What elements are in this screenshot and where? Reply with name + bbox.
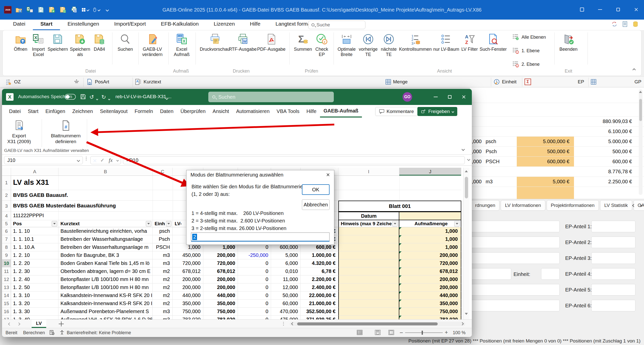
- beenden-button[interactable]: Beenden: [557, 33, 580, 52]
- dialog-close-icon[interactable]: [324, 171, 332, 178]
- gaeb-grid-row[interactable]: 880.909,03 €: [470, 117, 644, 127]
- gp-cell[interactable]: 21.000,00 €: [301, 300, 338, 308]
- alle-ebenen-button[interactable]: Alle Ebenen: [513, 34, 546, 40]
- ep-cell[interactable]: 60,000: [271, 300, 301, 308]
- save-icon[interactable]: [80, 93, 86, 101]
- menu-item[interactable]: Lizenzen: [206, 19, 242, 30]
- excel-aufmass-button[interactable]: Excel Aufmaß: [169, 33, 195, 57]
- diff-cell[interactable]: 0: [238, 300, 271, 308]
- lv-menge-cell[interactable]: 200,000: [173, 283, 203, 292]
- diff-cell[interactable]: 0: [238, 259, 271, 267]
- print-quick-icon[interactable]: [70, 6, 78, 14]
- sheet-row[interactable]: 1. 3. 10 Kalksandstein-Innenwand KS-R SF…: [11, 292, 461, 300]
- pos-cell[interactable]: 1. 3. 40: [11, 316, 58, 319]
- einh-cell[interactable]: m2: [153, 292, 173, 300]
- header-hinweis[interactable]: Hinweis (max 9 Zeiche: [338, 220, 399, 227]
- share-button[interactable]: Freigeben: [417, 107, 457, 116]
- row-number[interactable]: 5: [2, 220, 11, 227]
- vorherige-te-button[interactable]: vorherige TE: [356, 33, 380, 57]
- hinweis-cell[interactable]: [338, 283, 399, 292]
- einh-cell[interactable]: Psch: [153, 235, 173, 243]
- ep-anteil-field[interactable]: [591, 221, 635, 232]
- export-x31-button[interactable]: Export X31 (2009): [7, 120, 32, 145]
- ok-button[interactable]: OK: [302, 184, 330, 195]
- excel-ribbon-collapse-icon[interactable]: [462, 147, 464, 151]
- excel-tab[interactable]: Ansicht: [209, 105, 233, 118]
- kurztext-cell[interactable]: Boden für Baugrube, BK 3: [58, 251, 153, 259]
- ep-cell[interactable]: 5,000: [271, 251, 301, 259]
- diff-cell[interactable]: 0: [238, 316, 271, 319]
- einheit-field[interactable]: [541, 268, 560, 280]
- menge-cell[interactable]: 200,000: [203, 275, 238, 283]
- excel-tab[interactable]: Datei: [6, 105, 24, 118]
- gaeb-grid-row[interactable]: 8.776,78 €: [470, 167, 644, 177]
- pos-cell[interactable]: 1. 3. 10: [11, 292, 58, 300]
- excel-tab[interactable]: Formeln: [131, 105, 156, 118]
- aufmassmenge-cell[interactable]: 720,000: [399, 259, 461, 267]
- kurztext-cell[interactable]: Betonpflaster L/B 100/100 mm H 80 mn: [58, 283, 153, 292]
- pos-cell[interactable]: 1. 1. 10: [11, 227, 58, 235]
- column-ep[interactable]: EP: [578, 79, 584, 85]
- mode-input[interactable]: 2: [191, 233, 330, 242]
- excel-tab[interactable]: Überprüfen: [177, 105, 209, 118]
- diff-cell[interactable]: 0: [238, 283, 271, 292]
- such-fenster-button[interactable]: Such-Fenster: [477, 33, 509, 52]
- aufmassmenge-cell[interactable]: 200,000: [399, 275, 461, 283]
- menge-cell[interactable]: 200,000: [203, 251, 238, 259]
- sheet-row[interactable]: 1. 2. 40 Betonpflaster L/B 100/100 mm H …: [11, 275, 461, 283]
- sheet-row[interactable]: 1. 2. 30 Oberboden abtragen, lagern d= 3…: [11, 267, 461, 275]
- pos-cell[interactable]: 1. 1. 10.A: [11, 243, 58, 251]
- kurztext-filter-icon[interactable]: [146, 221, 151, 226]
- page-break-view-icon[interactable]: [389, 330, 394, 335]
- einh-cell[interactable]: PSCH: [153, 243, 173, 251]
- row-number[interactable]: 17: [2, 316, 11, 319]
- save-quick-icon[interactable]: [37, 6, 45, 14]
- hinweis-cell[interactable]: [338, 227, 399, 235]
- einh-cell[interactable]: m3: [153, 259, 173, 267]
- excel-restore-button[interactable]: [443, 89, 457, 105]
- header-aufmassmenge[interactable]: Aufmaßmenge: [399, 220, 461, 227]
- aufmassmenge-cell[interactable]: 200,000: [399, 283, 461, 292]
- save-as-quick-icon[interactable]: [48, 6, 56, 14]
- gp-cell[interactable]: 2.400,00 €: [301, 283, 338, 292]
- blattnummern-definieren-button[interactable]: Blattnummern definieren: [49, 120, 83, 145]
- lv-menge-cell[interactable]: 678,012: [173, 267, 203, 275]
- gaeb-grid-row[interactable]: 6.100,00 €: [470, 127, 644, 137]
- cancel-button[interactable]: Abbrechen: [302, 199, 330, 210]
- pos-cell[interactable]: 1. 2. 40: [11, 275, 58, 283]
- sheet-row[interactable]: 1. 3. 20 Kalksandstein-Innenwand KS-R SF…: [11, 300, 461, 308]
- pos-cell[interactable]: 1. 2. 30: [11, 267, 58, 275]
- hscroll-left-icon[interactable]: [291, 322, 294, 325]
- ep-cell[interactable]: 6,000: [271, 259, 301, 267]
- diff-cell[interactable]: 0: [238, 275, 271, 283]
- menu-item[interactable]: Datei: [6, 19, 33, 30]
- sheet-row[interactable]: 1. 3. 40 Außenwand VHL z SFK 28 RDK 1,6 …: [11, 316, 461, 319]
- pos-filter-icon[interactable]: [52, 221, 57, 226]
- col-I[interactable]: I: [338, 168, 399, 176]
- ep-cell[interactable]: 475,000: [271, 316, 301, 319]
- comments-button[interactable]: Kommentare: [375, 107, 418, 116]
- hinweis-cell[interactable]: [338, 300, 399, 308]
- undo-chevron-icon[interactable]: [96, 96, 98, 101]
- kurztext-cell[interactable]: Außenwand Porenbeton-Planelement S: [58, 308, 153, 316]
- pos-cell[interactable]: 1. 2. 20: [11, 259, 58, 267]
- row-number[interactable]: 7: [2, 235, 11, 243]
- gaeb-grid-row[interactable]: ,000 PSCH 600,000 € 600,00 €: [470, 157, 644, 167]
- hinweis-cell[interactable]: [338, 267, 399, 275]
- hinweis-cell[interactable]: [338, 259, 399, 267]
- excel-tab[interactable]: Start: [24, 105, 42, 118]
- info-field-2[interactable]: [466, 237, 560, 248]
- ep-cell[interactable]: 12,000: [271, 283, 301, 292]
- lv-menge-cell[interactable]: 450,000: [173, 251, 203, 259]
- ep-cell[interactable]: 0,010: [271, 267, 301, 275]
- druckvorschau-button[interactable]: Druckvorschau: [199, 33, 231, 52]
- sheet-row[interactable]: 1. 2. 20 Boden Graben Kanal Tiefe bis 1,…: [11, 259, 461, 267]
- row-number[interactable]: 15: [2, 300, 11, 308]
- einh-cell[interactable]: m2: [153, 283, 173, 292]
- zoom-slider[interactable]: [405, 332, 443, 333]
- sheet-next-icon[interactable]: [18, 322, 20, 326]
- ribbon-collapse-icon[interactable]: [633, 68, 635, 72]
- excel-tab[interactable]: Hilfe: [303, 105, 320, 118]
- lv-menge-cell[interactable]: 750,000: [173, 308, 203, 316]
- sheet-row[interactable]: 1. 2. 50 Betonpflaster L/B 100/100 mm H …: [11, 283, 461, 292]
